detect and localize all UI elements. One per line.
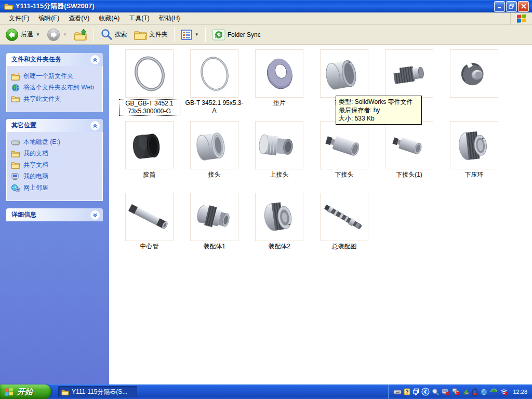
place-label[interactable]: 本地磁盘 (E:) xyxy=(23,138,60,145)
file-item[interactable] xyxy=(442,49,507,121)
tray-restore-window-icon[interactable] xyxy=(413,388,419,396)
folder-sync-button[interactable]: Folder Sync xyxy=(210,28,263,42)
file-label[interactable]: 垫片 xyxy=(272,99,287,107)
task-label[interactable]: 共享此文件夹 xyxy=(23,95,61,102)
file-item[interactable]: 下接头(1) xyxy=(377,121,442,193)
place-my-documents[interactable]: 我的文档 xyxy=(11,150,99,158)
o-ring-thin-icon[interactable] xyxy=(190,49,238,98)
place-label[interactable]: 共享文档 xyxy=(23,161,48,168)
expand-chevron-icon[interactable] xyxy=(90,210,100,220)
file-item[interactable]: GB_GB-T 3452.1 73x5.300000-G xyxy=(117,49,182,121)
place-label[interactable]: 我的文档 xyxy=(23,150,48,157)
file-label[interactable]: GB-T 3452.1 95x5.3-A xyxy=(184,99,245,115)
file-item[interactable]: 装配体1 xyxy=(182,193,247,264)
file-label[interactable]: 装配体2 xyxy=(267,243,291,250)
place-shared-documents[interactable]: 共享文档 xyxy=(11,161,99,169)
tray-globe-icon[interactable] xyxy=(480,388,488,396)
file-item[interactable]: 垫片 xyxy=(247,49,312,121)
washer-icon[interactable] xyxy=(255,49,303,98)
file-item[interactable]: 下压环 xyxy=(442,121,507,193)
center-tube-icon[interactable] xyxy=(125,193,174,241)
file-item[interactable]: 胶筒 xyxy=(117,121,182,193)
minimize-button[interactable] xyxy=(494,1,505,12)
place-label[interactable]: 网上邻居 xyxy=(23,184,48,191)
task-publish-web[interactable]: 将这个文件夹发布到 Web xyxy=(11,84,99,92)
taskbar-task-button[interactable]: Y111-115分隔器(S... xyxy=(58,386,137,397)
file-label[interactable]: 下接头(1) xyxy=(395,171,423,179)
close-button[interactable] xyxy=(518,1,529,12)
folders-button[interactable]: 文件夹 xyxy=(132,28,170,42)
menu-favorites[interactable]: 收藏(A) xyxy=(94,12,124,24)
assembly-rod-icon[interactable] xyxy=(320,193,368,241)
menu-tools[interactable]: 工具(T) xyxy=(124,12,154,24)
assembly-1-icon[interactable] xyxy=(190,193,238,241)
forward-button[interactable]: ▼ xyxy=(45,27,69,43)
lower-joint-icon[interactable] xyxy=(320,121,368,169)
tooltip-saved-by: 最后保存者: hy xyxy=(339,106,419,114)
restore-button[interactable] xyxy=(506,1,517,12)
file-item[interactable]: 接头 xyxy=(182,121,247,193)
press-ring-icon[interactable] xyxy=(450,121,498,169)
file-item[interactable]: 上接头 xyxy=(247,121,312,193)
search-button[interactable]: 搜索 xyxy=(98,28,129,42)
back-dropdown-icon[interactable]: ▼ xyxy=(36,32,40,37)
file-item[interactable]: 中心管 xyxy=(117,193,182,264)
tray-keyboard-icon[interactable] xyxy=(393,388,402,395)
place-my-computer[interactable]: 我的电脑 xyxy=(11,172,99,181)
menu-edit[interactable]: 编辑(E) xyxy=(34,12,64,24)
views-button[interactable]: ▼ xyxy=(179,29,201,41)
file-label[interactable]: 下压环 xyxy=(464,171,485,179)
file-label[interactable]: 装配体1 xyxy=(202,243,227,250)
upper-joint-icon[interactable] xyxy=(255,121,303,169)
file-label[interactable]: GB_GB-T 3452.1 73x5.300000-G xyxy=(119,99,180,116)
other-places-header[interactable]: 其它位置 xyxy=(6,119,103,132)
rubber-cylinder-icon[interactable] xyxy=(125,121,174,169)
details-header[interactable]: 详细信息 xyxy=(6,208,103,221)
place-network[interactable]: 网上邻居 xyxy=(11,184,99,192)
file-label[interactable]: 上接头 xyxy=(269,171,290,179)
tray-usb-device-icon[interactable] xyxy=(462,388,470,395)
adjust-ring-icon[interactable] xyxy=(320,49,368,98)
tray-network-offline-icon[interactable] xyxy=(452,388,460,396)
menu-view[interactable]: 查看(V) xyxy=(64,12,94,24)
o-ring-icon[interactable] xyxy=(125,49,174,98)
assembly-2-icon[interactable] xyxy=(255,193,303,241)
file-item[interactable]: 总装配图 xyxy=(312,193,377,264)
start-button[interactable]: 开始 xyxy=(0,384,51,399)
file-item[interactable]: 下接头 xyxy=(312,121,377,193)
menu-help[interactable]: 帮助(H) xyxy=(154,12,185,24)
tray-ime-help-icon[interactable]: ? xyxy=(404,388,410,395)
place-label[interactable]: 我的电脑 xyxy=(23,172,48,180)
task-share-folder[interactable]: 共享此文件夹 xyxy=(11,95,99,103)
place-local-disk[interactable]: 本地磁盘 (E:) xyxy=(11,138,99,147)
tray-umbrella-icon[interactable] xyxy=(490,388,498,396)
file-label[interactable]: 总装配图 xyxy=(331,243,358,250)
tray-hidden-icons-chevron[interactable] xyxy=(421,388,430,396)
file-label[interactable]: 中心管 xyxy=(139,243,160,250)
collapse-chevron-icon[interactable] xyxy=(90,55,100,64)
views-dropdown-icon[interactable]: ▼ xyxy=(195,32,199,37)
threaded-plug-icon[interactable] xyxy=(450,49,498,98)
lower-joint-icon[interactable] xyxy=(385,121,433,169)
back-button[interactable]: 后退 ▼ xyxy=(3,27,42,43)
file-label[interactable]: 接头 xyxy=(207,171,222,179)
task-label[interactable]: 创建一个新文件夹 xyxy=(23,72,73,79)
coupling-icon[interactable] xyxy=(190,121,238,169)
tray-wireless-error-icon[interactable] xyxy=(500,388,508,396)
file-item[interactable]: 装配体2 xyxy=(247,193,312,264)
tray-battery-icon[interactable] xyxy=(472,388,478,396)
menu-file[interactable]: 文件(F) xyxy=(4,12,34,24)
tray-magnifier-icon[interactable] xyxy=(432,388,440,396)
tray-network-disabled-icon[interactable] xyxy=(442,388,450,396)
collapse-chevron-icon[interactable] xyxy=(90,121,100,130)
task-new-folder[interactable]: 创建一个新文件夹 xyxy=(11,72,99,81)
network-places-icon xyxy=(11,184,20,192)
file-item[interactable]: GB-T 3452.1 95x5.3-A xyxy=(182,49,247,121)
file-label[interactable]: 胶筒 xyxy=(142,171,157,179)
up-button[interactable] xyxy=(72,28,89,42)
file-label[interactable]: 下接头 xyxy=(334,171,355,179)
lock-pin-icon[interactable] xyxy=(385,49,433,98)
taskbar: 开始 Y111-115分隔器(S... ? 12:28 xyxy=(0,384,532,399)
task-label[interactable]: 将这个文件夹发布到 Web xyxy=(23,84,94,91)
file-tasks-header[interactable]: 文件和文件夹任务 xyxy=(6,53,103,66)
